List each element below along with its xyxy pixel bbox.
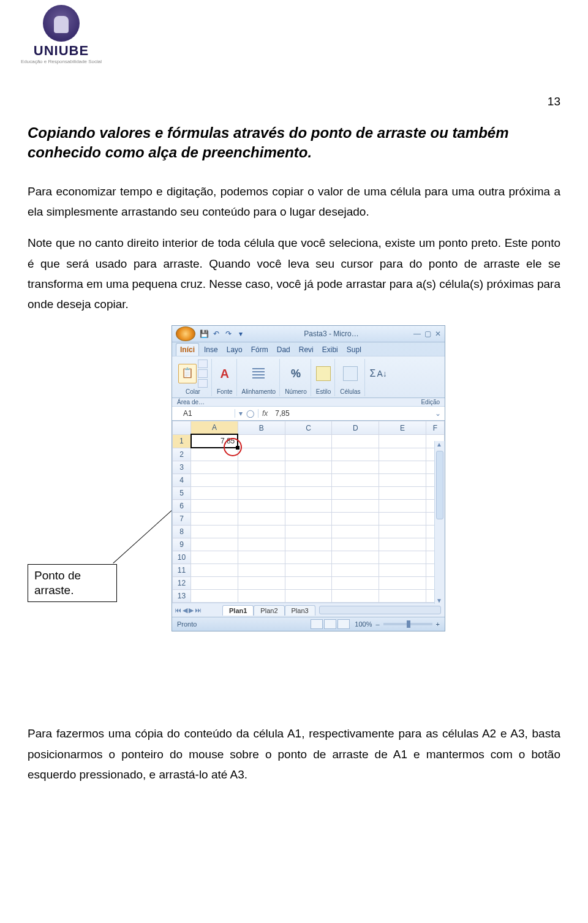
row-header[interactable]: 6 <box>173 500 191 513</box>
copy-icon[interactable] <box>198 369 208 378</box>
cell[interactable] <box>379 538 426 551</box>
cell[interactable] <box>191 564 238 577</box>
cell[interactable] <box>285 526 332 538</box>
paste-icon[interactable] <box>178 364 197 383</box>
sheet-tab-3[interactable]: Plan3 <box>285 605 315 616</box>
cell[interactable] <box>332 577 379 590</box>
row-header[interactable]: 4 <box>173 474 191 487</box>
horizontal-scrollbar[interactable] <box>319 606 441 614</box>
cell[interactable] <box>238 487 285 500</box>
cell[interactable] <box>379 513 426 526</box>
vertical-scrollbar[interactable] <box>434 441 445 604</box>
cell[interactable] <box>332 461 379 474</box>
cell-a1[interactable]: 7,85 <box>191 434 238 448</box>
cell[interactable] <box>332 538 379 551</box>
cell[interactable] <box>191 448 238 461</box>
cell[interactable] <box>238 577 285 590</box>
cell[interactable] <box>379 564 426 577</box>
cell[interactable] <box>332 526 379 538</box>
row-header[interactable]: 5 <box>173 487 191 500</box>
row-header[interactable]: 2 <box>173 448 191 461</box>
cancel-formula-icon[interactable]: ◯ <box>246 409 254 418</box>
sort-filter-icon[interactable]: A↓ <box>377 369 386 379</box>
cell[interactable] <box>379 474 426 487</box>
formula-value[interactable]: 7,85 <box>271 409 289 418</box>
minimize-icon[interactable]: — <box>413 330 421 338</box>
cell[interactable] <box>379 487 426 500</box>
cell[interactable] <box>379 461 426 474</box>
cut-icon[interactable] <box>198 360 208 368</box>
cell[interactable] <box>332 564 379 577</box>
sheet-nav-first-icon[interactable]: ⏮ <box>175 606 181 614</box>
cell[interactable] <box>379 526 426 538</box>
cell[interactable] <box>285 551 332 564</box>
cell[interactable] <box>332 474 379 487</box>
cell[interactable] <box>238 434 285 448</box>
view-pagebreak-icon[interactable] <box>337 619 350 629</box>
cell[interactable] <box>285 538 332 551</box>
fill-handle[interactable] <box>236 446 239 450</box>
tab-layout[interactable]: Layo <box>223 344 246 356</box>
row-header[interactable]: 8 <box>173 526 191 538</box>
cell[interactable] <box>191 461 238 474</box>
cell[interactable] <box>238 448 285 461</box>
cell[interactable] <box>379 434 426 448</box>
cell[interactable] <box>332 487 379 500</box>
cell[interactable] <box>285 500 332 513</box>
cell[interactable] <box>238 500 285 513</box>
cell[interactable] <box>332 434 379 448</box>
sheet-nav-last-icon[interactable]: ⏭ <box>195 606 202 614</box>
fx-label[interactable]: fx <box>258 409 271 418</box>
row-header[interactable]: 9 <box>173 538 191 551</box>
cell[interactable] <box>238 526 285 538</box>
save-icon[interactable]: 💾 <box>199 329 209 339</box>
format-painter-icon[interactable] <box>198 379 208 388</box>
cell[interactable] <box>285 448 332 461</box>
cell[interactable] <box>238 474 285 487</box>
zoom-slider[interactable] <box>383 623 432 625</box>
col-header-f[interactable]: F <box>426 421 445 435</box>
cell[interactable] <box>238 590 285 603</box>
tab-insert[interactable]: Inse <box>200 344 222 356</box>
cell[interactable] <box>238 564 285 577</box>
cell[interactable] <box>191 551 238 564</box>
font-icon[interactable]: A <box>219 367 230 381</box>
sheet-tab-1[interactable]: Plan1 <box>222 605 254 616</box>
col-header-e[interactable]: E <box>379 421 426 435</box>
percent-icon[interactable]: % <box>291 367 301 380</box>
cell[interactable] <box>191 500 238 513</box>
row-header[interactable]: 3 <box>173 461 191 474</box>
col-header-c[interactable]: C <box>285 421 332 435</box>
cell[interactable] <box>332 448 379 461</box>
cell[interactable] <box>238 551 285 564</box>
row-header[interactable]: 10 <box>173 551 191 564</box>
view-layout-icon[interactable] <box>324 619 336 629</box>
tab-home[interactable]: Iníci <box>176 343 199 356</box>
cell[interactable] <box>238 513 285 526</box>
cell[interactable] <box>285 590 332 603</box>
row-header[interactable]: 7 <box>173 513 191 526</box>
cell[interactable] <box>191 526 238 538</box>
cell[interactable] <box>379 577 426 590</box>
sheet-nav-prev-icon[interactable]: ◀ <box>183 606 187 614</box>
cell[interactable] <box>191 577 238 590</box>
cell[interactable] <box>285 577 332 590</box>
sheet-tab-2[interactable]: Plan2 <box>254 605 284 616</box>
sheet-nav-next-icon[interactable]: ▶ <box>189 606 194 614</box>
tab-data[interactable]: Dad <box>273 344 294 356</box>
redo-icon[interactable]: ↷ <box>224 329 233 339</box>
col-header-b[interactable]: B <box>238 421 285 435</box>
tab-view[interactable]: Exibi <box>318 344 342 356</box>
close-icon[interactable]: ✕ <box>435 330 441 338</box>
cell[interactable] <box>332 500 379 513</box>
name-box[interactable]: A1 <box>172 409 235 418</box>
cell[interactable] <box>191 538 238 551</box>
tab-review[interactable]: Revi <box>295 344 317 356</box>
view-normal-icon[interactable] <box>311 619 323 629</box>
cell[interactable] <box>191 487 238 500</box>
expand-formula-bar-icon[interactable]: ⌄ <box>431 409 445 418</box>
cell[interactable] <box>285 434 332 448</box>
cell[interactable] <box>332 513 379 526</box>
col-header-a[interactable]: A <box>191 421 238 435</box>
cell[interactable] <box>332 590 379 603</box>
